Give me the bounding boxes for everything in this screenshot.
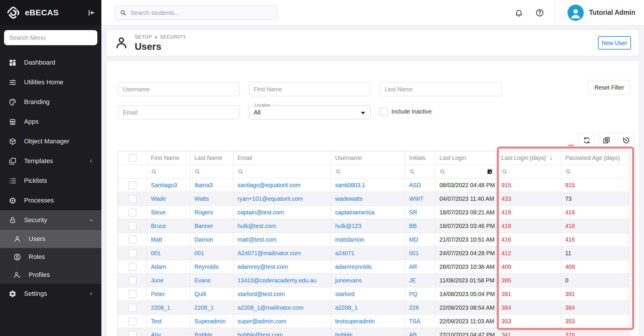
email-link[interactable]: captain@test.com bbox=[238, 209, 284, 216]
column-filter-first-name[interactable] bbox=[147, 165, 190, 178]
first-link[interactable]: Steve bbox=[151, 209, 166, 216]
last-link[interactable]: Rogers bbox=[194, 209, 213, 216]
sidebar-item-users[interactable]: Users bbox=[0, 230, 101, 248]
initials-link[interactable]: AR bbox=[409, 264, 417, 270]
username-link[interactable]: starlord bbox=[335, 291, 355, 297]
column-header-initials[interactable]: Initials bbox=[405, 151, 435, 165]
initials-link[interactable]: TSA bbox=[409, 318, 420, 325]
collapse-sidebar-icon[interactable] bbox=[87, 8, 96, 17]
row-checkbox[interactable] bbox=[129, 331, 136, 336]
initials-link[interactable]: 228 bbox=[409, 304, 419, 311]
last-link[interactable]: Banner bbox=[194, 223, 213, 229]
email-link[interactable]: super@admin.com bbox=[238, 318, 286, 325]
select-all-checkbox[interactable] bbox=[129, 154, 136, 162]
initials-link[interactable]: WWT bbox=[409, 196, 424, 202]
username-link[interactable]: captainamerica bbox=[335, 209, 375, 216]
row-checkbox[interactable] bbox=[129, 209, 136, 216]
reset-filter-button[interactable]: Reset Filter bbox=[588, 80, 630, 95]
row-checkbox[interactable] bbox=[129, 263, 136, 271]
initials-link[interactable]: AB bbox=[409, 332, 417, 336]
sidebar-item-dashboard[interactable]: Dashboard bbox=[0, 53, 101, 72]
row-checkbox[interactable] bbox=[129, 236, 136, 244]
sidebar-item-object-manager[interactable]: Object Manager bbox=[0, 132, 101, 151]
column-filter-password-age-days[interactable] bbox=[561, 165, 630, 178]
last-name-filter-input[interactable] bbox=[380, 82, 501, 96]
username-filter-input[interactable] bbox=[118, 82, 240, 96]
column-header-email[interactable]: Email bbox=[233, 151, 331, 165]
username-link[interactable]: bobble bbox=[335, 332, 353, 336]
first-link[interactable]: Santiago3 bbox=[151, 182, 177, 189]
last-link[interactable]: Evans bbox=[194, 277, 211, 284]
sidebar-item-profiles[interactable]: Profiles bbox=[0, 266, 101, 284]
include-inactive-checkbox[interactable] bbox=[380, 108, 388, 116]
breadcrumb-setup[interactable]: SETUP bbox=[135, 34, 152, 40]
first-link[interactable]: Adam bbox=[151, 264, 166, 270]
sidebar-item-utilities-home[interactable]: Utilities Home bbox=[0, 72, 101, 92]
email-filter-input[interactable] bbox=[118, 105, 240, 119]
column-filter-username[interactable] bbox=[331, 165, 405, 178]
first-link[interactable]: Aby bbox=[151, 332, 161, 336]
last-link[interactable]: Bobble bbox=[194, 332, 212, 336]
include-inactive-checkbox-row[interactable]: Include Inactive bbox=[380, 108, 432, 116]
location-select[interactable]: Location All bbox=[249, 105, 371, 119]
username-link[interactable]: santi0803.1 bbox=[335, 182, 365, 189]
sidebar-item-processes[interactable]: Processes bbox=[0, 191, 101, 210]
sidebar-search-input[interactable] bbox=[4, 30, 97, 45]
column-header-first-name[interactable]: First Name bbox=[147, 151, 190, 165]
last-link[interactable]: Watts bbox=[194, 196, 209, 202]
row-checkbox[interactable] bbox=[129, 249, 136, 257]
first-link[interactable]: Test bbox=[151, 318, 162, 325]
email-link[interactable]: hulk@test.com bbox=[238, 223, 276, 229]
initials-link[interactable]: PQ bbox=[409, 291, 417, 297]
initials-link[interactable]: MD bbox=[409, 236, 418, 243]
email-link[interactable]: santiago@equatorit.com bbox=[238, 182, 300, 189]
username-link[interactable]: wadewatts bbox=[335, 196, 363, 202]
column-header-username[interactable]: Username bbox=[331, 151, 405, 165]
column-header-password-age-days[interactable]: Password Age (days) bbox=[561, 151, 630, 165]
last-link[interactable]: 001 bbox=[194, 250, 204, 257]
first-link[interactable]: Peter bbox=[151, 291, 165, 297]
column-header-last-login-days[interactable]: Last Login (days)↓ bbox=[497, 151, 561, 165]
last-link[interactable]: Reynolds bbox=[194, 264, 218, 270]
bell-icon[interactable] bbox=[515, 8, 523, 17]
last-link[interactable]: Superadmin bbox=[194, 318, 226, 325]
email-link[interactable]: a2208_1@mailinator.com bbox=[238, 304, 303, 311]
initials-link[interactable]: SR bbox=[409, 209, 417, 216]
username-link[interactable]: adamreynolds bbox=[335, 264, 372, 270]
sidebar-item-picklists[interactable]: Picklists bbox=[0, 171, 101, 191]
first-link[interactable]: 2208_1 bbox=[151, 304, 170, 311]
username-link[interactable]: testsuperadmin bbox=[335, 318, 375, 325]
row-checkbox[interactable] bbox=[129, 277, 136, 284]
column-filter-last-login-days[interactable] bbox=[497, 165, 561, 178]
user-name[interactable]: Tutorial Admin bbox=[589, 9, 635, 17]
email-link[interactable]: starlord@test.com bbox=[238, 291, 285, 297]
first-link[interactable]: Wade bbox=[151, 196, 166, 202]
sidebar-item-branding[interactable]: Branding bbox=[0, 92, 101, 112]
username-link[interactable]: juneevans bbox=[335, 277, 362, 284]
row-checkbox[interactable] bbox=[129, 304, 136, 312]
last-link[interactable]: 2208_1 bbox=[194, 304, 214, 311]
email-link[interactable]: matt@test.com bbox=[238, 236, 277, 243]
username-link[interactable]: hulk@123 bbox=[335, 223, 361, 229]
calendar-icon[interactable] bbox=[486, 168, 493, 175]
row-checkbox[interactable] bbox=[129, 181, 136, 189]
column-header-last-login[interactable]: Last Login bbox=[435, 151, 497, 165]
column-filter-initials[interactable] bbox=[405, 165, 435, 178]
email-link[interactable]: bobble@test.com bbox=[238, 332, 283, 336]
row-checkbox[interactable] bbox=[129, 195, 136, 203]
initials-link[interactable]: ASD bbox=[409, 182, 421, 189]
last-link[interactable]: Damon bbox=[194, 236, 213, 243]
username-link[interactable]: a24071 bbox=[335, 250, 355, 257]
history-button[interactable] bbox=[618, 132, 634, 148]
column-filter-email[interactable] bbox=[233, 165, 331, 178]
email-link[interactable]: A24071@mailinator.com bbox=[238, 250, 301, 257]
column-filter-last-name[interactable] bbox=[190, 165, 233, 178]
first-link[interactable]: 001 bbox=[151, 250, 160, 257]
first-link[interactable]: Bruce bbox=[151, 223, 166, 229]
column-filter-last-login[interactable] bbox=[435, 165, 497, 178]
username-link[interactable]: a2208_1 bbox=[335, 304, 358, 311]
first-link[interactable]: June bbox=[151, 277, 163, 284]
sidebar-item-security[interactable]: Security bbox=[0, 210, 101, 230]
breadcrumb-security[interactable]: SECURITY bbox=[160, 34, 186, 40]
sidebar-item-templates[interactable]: Templates bbox=[0, 151, 101, 171]
